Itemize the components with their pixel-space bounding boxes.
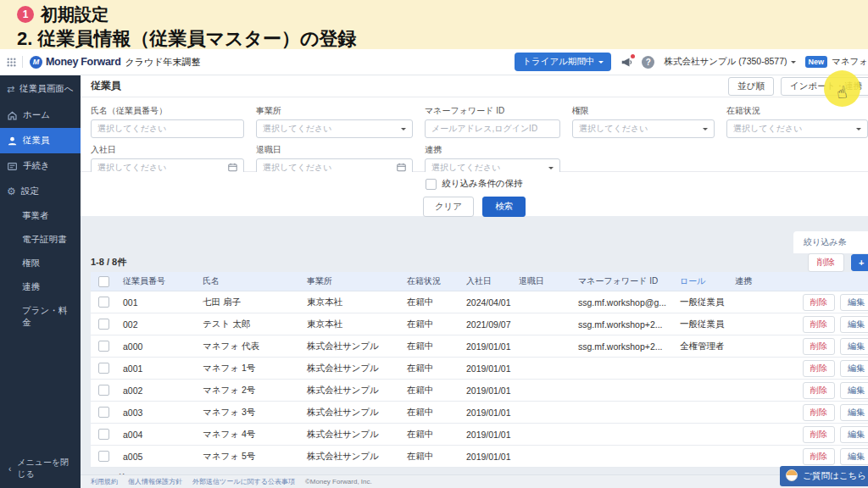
- cell-hire-date: 2019/01/01: [459, 446, 512, 468]
- cell-mf-id: ssg.mf.workshop@g...: [571, 291, 673, 313]
- select-all-checkbox[interactable]: [98, 276, 109, 287]
- banner-subtitle: 2. 従業員情報（従業員マスター）の登録: [17, 26, 868, 52]
- mascot-icon: [786, 469, 798, 481]
- column-header-7[interactable]: ロール: [673, 272, 728, 291]
- help-icon[interactable]: ?: [642, 56, 654, 69]
- row-edit-button[interactable]: 編集: [840, 404, 868, 421]
- sidebar-item-procedures[interactable]: 手続き: [0, 153, 81, 179]
- bulk-delete-button[interactable]: 削除: [808, 253, 844, 272]
- row-checkbox[interactable]: [98, 341, 109, 352]
- cell-role: [673, 424, 728, 446]
- row-checkbox[interactable]: [98, 363, 109, 374]
- row-checkbox[interactable]: [98, 319, 109, 330]
- cell-link: [728, 424, 796, 446]
- collapse-menu-button[interactable]: ‹ メニューを閉じる: [0, 449, 81, 488]
- cell-office: 株式会社サンプル: [300, 336, 400, 358]
- row-delete-button[interactable]: 削除: [803, 360, 835, 377]
- row-edit-button[interactable]: 編集: [840, 382, 868, 399]
- mf-id-input[interactable]: メールアドレス,ログインID: [425, 119, 560, 138]
- user-icon: [7, 136, 18, 147]
- cell-name: 七田 扇子: [196, 291, 300, 313]
- row-edit-button[interactable]: 編集: [840, 316, 868, 333]
- company-menu[interactable]: 株式会社サンプル (7350-8577): [664, 56, 795, 68]
- row-edit-button[interactable]: 編集: [840, 448, 868, 465]
- partner-link[interactable]: マネフォ: [832, 56, 868, 68]
- row-checkbox[interactable]: [98, 429, 109, 440]
- sidebar-item-label: 手続き: [23, 160, 50, 172]
- cell-id: 002: [116, 313, 196, 336]
- enrollment-select[interactable]: 選択してください: [726, 119, 868, 138]
- cell-hire-date: 2024/04/01: [459, 291, 512, 313]
- search-button[interactable]: 検索: [482, 197, 526, 217]
- row-delete-button[interactable]: 削除: [803, 294, 835, 311]
- product-name: クラウド年末調整: [125, 56, 200, 69]
- company-name: 株式会社サンプル (7350-8577): [664, 56, 787, 68]
- name-input[interactable]: 選択してください: [91, 119, 244, 138]
- add-employee-button[interactable]: +: [851, 254, 868, 271]
- cell-name: テスト 太郎: [196, 313, 300, 336]
- cell-role: 一般従業員: [673, 291, 728, 313]
- document-icon: [7, 161, 18, 172]
- footer-link-0[interactable]: 利用規約: [91, 477, 118, 486]
- row-delete-button[interactable]: 削除: [803, 448, 835, 465]
- cell-leave-date: [512, 291, 571, 313]
- footer-link-2[interactable]: 外部送信ツールに関する公表事項: [192, 477, 295, 486]
- placeholder-text: 選択してください: [733, 123, 802, 135]
- sort-order-button[interactable]: 並び順: [728, 77, 774, 96]
- row-checkbox[interactable]: [98, 297, 109, 308]
- row-delete-button[interactable]: 削除: [803, 404, 835, 421]
- sidebar-item-label: ホーム: [23, 109, 50, 121]
- sidebar-item-home[interactable]: ホーム: [0, 103, 81, 128]
- office-select[interactable]: 選択してください: [256, 119, 413, 138]
- clear-button[interactable]: クリア: [423, 197, 474, 217]
- row-delete-button[interactable]: 削除: [803, 338, 835, 355]
- saved-filter-tab[interactable]: 絞り込み条: [793, 231, 868, 253]
- chevron-down-icon: [703, 128, 708, 133]
- placeholder-text: 選択してください: [579, 123, 648, 135]
- sidebar-subitem-integration[interactable]: 連携: [0, 275, 81, 299]
- row-delete-button[interactable]: 削除: [803, 426, 835, 443]
- cell-id: a004: [116, 424, 196, 446]
- row-checkbox[interactable]: [98, 385, 109, 396]
- row-edit-button[interactable]: 編集: [840, 360, 868, 377]
- cell-status: 在籍中: [400, 424, 459, 446]
- cell-office: 東京本社: [300, 291, 400, 313]
- row-edit-button[interactable]: 編集: [840, 338, 868, 355]
- cell-mf-id: [571, 446, 673, 468]
- cell-office: 株式会社サンプル: [300, 380, 400, 402]
- row-edit-button[interactable]: 編集: [840, 426, 868, 443]
- row-checkbox[interactable]: [98, 451, 109, 462]
- sidebar-item-employees[interactable]: 従業員: [0, 128, 81, 153]
- sidebar-subitem-e-certificate[interactable]: 電子証明書: [0, 228, 81, 252]
- sidebar-subitem-plan-pricing[interactable]: プラン・料金: [0, 299, 81, 335]
- help-chat-button[interactable]: ご質問はこちら: [780, 466, 868, 486]
- permission-select[interactable]: 選択してください: [572, 119, 715, 138]
- cell-name: マネフォ 1号: [196, 358, 300, 380]
- cell-mf-id: [571, 358, 673, 380]
- search-controls: 絞り込み条件の保持 クリア 検索: [81, 172, 868, 216]
- cell-role: 一般従業員: [673, 313, 728, 336]
- cell-actions: 削除編集: [796, 380, 868, 402]
- cursor-hand-icon: ☝: [835, 81, 849, 103]
- app-launcher-icon[interactable]: [7, 58, 16, 67]
- row-checkbox[interactable]: [98, 407, 109, 418]
- row-delete-button[interactable]: 削除: [803, 316, 835, 333]
- cell-actions: 削除編集: [796, 313, 868, 336]
- sidebar-item-employee-screen[interactable]: ⇄ 従業員画面へ: [0, 75, 81, 103]
- sidebar-item-settings[interactable]: ⚙設定: [0, 179, 81, 204]
- cell-status: 在籍中: [400, 291, 459, 313]
- row-delete-button[interactable]: 削除: [803, 382, 835, 399]
- trial-period-button[interactable]: トライアル期間中: [515, 53, 611, 71]
- employee-table: 従業員番号氏名事業所在籍状況入社日退職日マネーフォワード IDロール連携001七…: [91, 272, 868, 468]
- cell-actions: 削除編集: [796, 336, 868, 358]
- step-badge: 1: [17, 6, 34, 23]
- cell-name: マネフォ 4号: [196, 424, 300, 446]
- sidebar-item-label: 従業員: [23, 135, 50, 147]
- sidebar-subitem-business[interactable]: 事業者: [0, 204, 81, 228]
- row-edit-button[interactable]: 編集: [840, 294, 868, 311]
- sidebar-subitem-permissions[interactable]: 権限: [0, 252, 81, 275]
- table-header-row: 従業員番号氏名事業所在籍状況入社日退職日マネーフォワード IDロール連携: [91, 272, 868, 291]
- keep-filter-checkbox[interactable]: [426, 179, 437, 190]
- notifications-megaphone-icon[interactable]: [620, 57, 632, 68]
- footer-link-1[interactable]: 個人情報保護方針: [128, 477, 182, 486]
